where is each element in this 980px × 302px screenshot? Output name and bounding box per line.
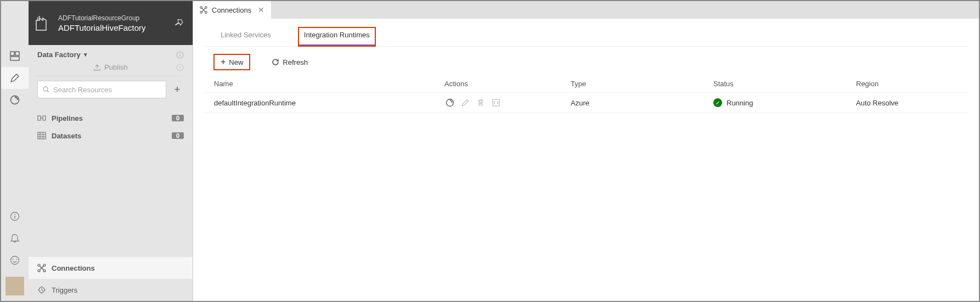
factory-name-label: ADFTutorialHiveFactory — [58, 23, 168, 32]
nav-label: Triggers — [52, 286, 77, 294]
count-badge: 0 — [172, 132, 184, 139]
svg-point-11 — [179, 53, 181, 54]
delete-action-icon[interactable] — [475, 97, 486, 108]
toolbar: + New Refresh — [204, 47, 968, 75]
pipeline-icon — [37, 114, 46, 122]
cell-name: defaultIntegrationRuntime — [214, 99, 444, 107]
refresh-button[interactable]: Refresh — [265, 55, 314, 69]
svg-point-26 — [205, 7, 207, 9]
tree-label: Pipelines — [52, 114, 83, 122]
tab-integration-runtimes[interactable]: Integration Runtimes — [298, 27, 375, 46]
connections-icon — [37, 264, 46, 272]
svg-point-5 — [14, 214, 15, 215]
rail-overview-icon[interactable] — [1, 45, 29, 67]
svg-point-27 — [200, 12, 202, 14]
search-input[interactable] — [53, 86, 161, 94]
add-resource-button[interactable]: + — [171, 83, 184, 96]
tree-datasets[interactable]: Datasets 0 — [37, 127, 184, 144]
svg-rect-17 — [38, 116, 41, 120]
cell-region: Auto Resolve — [856, 99, 958, 107]
chevron-down-icon: ▼ — [83, 52, 88, 58]
svg-rect-6 — [14, 216, 15, 219]
publish-button[interactable]: Publish — [37, 59, 184, 76]
cell-status: ✓ Running — [713, 98, 856, 107]
user-avatar[interactable] — [5, 277, 24, 295]
monitor-action-icon[interactable] — [444, 97, 455, 108]
tab-connections[interactable]: Connections ✕ — [193, 1, 272, 19]
svg-rect-12 — [179, 54, 180, 57]
main-area: Connections ✕ Linked Services Integratio… — [193, 1, 979, 301]
plus-icon: + — [221, 57, 226, 67]
nav-label: Connections — [52, 264, 95, 272]
col-type: Type — [571, 80, 713, 88]
search-icon — [42, 86, 50, 93]
refresh-icon — [272, 58, 279, 66]
cell-actions — [444, 97, 571, 108]
col-status: Status — [713, 80, 856, 88]
section-label: Data Factory — [37, 51, 81, 59]
col-actions: Actions — [444, 80, 571, 88]
tree-label: Datasets — [52, 132, 81, 140]
svg-rect-18 — [43, 116, 46, 120]
col-name: Name — [214, 80, 444, 88]
status-ok-icon: ✓ — [713, 98, 722, 107]
svg-point-28 — [205, 12, 207, 14]
factory-icon — [35, 15, 52, 31]
rail-notifications-icon[interactable] — [1, 227, 29, 249]
svg-rect-1 — [15, 52, 19, 55]
document-tab-strip: Connections ✕ — [193, 1, 979, 19]
svg-rect-2 — [10, 57, 19, 60]
rail-author-icon[interactable] — [1, 67, 29, 89]
close-icon[interactable]: ✕ — [258, 5, 264, 14]
info-icon[interactable] — [176, 51, 184, 59]
svg-point-16 — [43, 87, 48, 91]
svg-point-9 — [16, 259, 17, 260]
table-row[interactable]: defaultIntegrationRuntime — [204, 93, 968, 113]
nav-connections[interactable]: Connections — [29, 257, 193, 279]
tab-linked-services[interactable]: Linked Services — [215, 27, 277, 46]
data-factory-dropdown[interactable]: Data Factory ▼ — [37, 51, 184, 59]
table-header: Name Actions Type Status Region — [204, 75, 968, 93]
svg-point-21 — [43, 264, 46, 266]
svg-point-8 — [13, 259, 14, 260]
svg-rect-19 — [38, 132, 46, 139]
pin-icon[interactable] — [175, 19, 184, 27]
code-action-icon[interactable] — [491, 97, 502, 108]
factory-header: ADFTutorialResourceGroup ADFTutorialHive… — [29, 1, 193, 45]
svg-point-23 — [43, 270, 46, 272]
tab-title: Connections — [212, 6, 251, 14]
connections-icon — [200, 6, 207, 14]
rail-monitor-icon[interactable] — [1, 89, 29, 111]
runtime-table: Name Actions Type Status Region defaultI… — [204, 75, 968, 113]
sub-tab-strip: Linked Services Integration Runtimes — [204, 19, 968, 46]
new-label: New — [229, 58, 243, 66]
dataset-icon — [37, 131, 46, 140]
svg-rect-0 — [10, 52, 14, 55]
edit-action-icon[interactable] — [460, 97, 471, 108]
triggers-icon — [37, 286, 46, 294]
icon-rail — [1, 1, 29, 301]
new-button[interactable]: + New — [214, 54, 250, 70]
resource-group-label: ADFTutorialResourceGroup — [58, 14, 168, 22]
svg-point-14 — [179, 65, 181, 66]
count-badge: 0 — [172, 115, 184, 121]
rail-feedback-icon[interactable] — [1, 249, 29, 271]
cell-type: Azure — [571, 99, 713, 107]
svg-rect-15 — [179, 67, 180, 69]
publish-label: Publish — [104, 63, 128, 71]
search-box[interactable] — [37, 81, 166, 98]
svg-point-25 — [200, 7, 202, 9]
tree-pipelines[interactable]: Pipelines 0 — [37, 109, 184, 127]
upload-icon — [93, 64, 101, 71]
svg-point-22 — [38, 270, 40, 272]
svg-point-20 — [38, 264, 40, 266]
info-icon[interactable] — [176, 64, 184, 71]
svg-point-7 — [11, 256, 19, 265]
nav-triggers[interactable]: Triggers — [29, 279, 193, 301]
rail-info-icon[interactable] — [1, 205, 29, 227]
status-text: Running — [726, 99, 753, 107]
left-panel: ADFTutorialResourceGroup ADFTutorialHive… — [29, 1, 193, 301]
col-region: Region — [856, 80, 958, 88]
refresh-label: Refresh — [283, 58, 308, 66]
